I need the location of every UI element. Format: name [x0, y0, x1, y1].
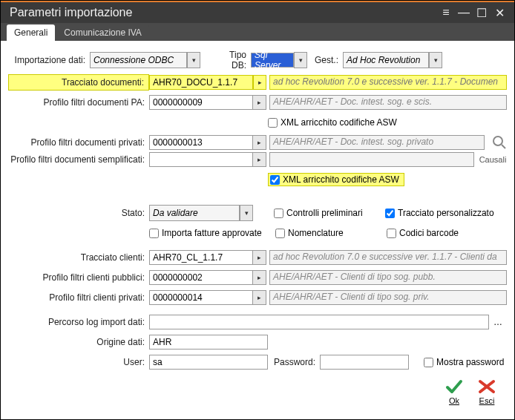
label-password: Password: — [268, 357, 320, 367]
label-profilo-cli-priv: Profilo filtri clienti privati: — [8, 292, 149, 303]
codici-barcode-box[interactable] — [387, 229, 396, 238]
minimize-icon[interactable]: — — [455, 4, 473, 22]
importa-fatture-checkbox[interactable]: Importa fatture approvate — [149, 228, 275, 238]
origine-dati-input[interactable] — [149, 335, 268, 350]
gest-select[interactable]: Ad Hoc Revolution — [343, 52, 429, 68]
window-frame: Parametri importazione ≡ — ☐ ✕ Generali … — [0, 0, 515, 420]
label-user: User: — [8, 357, 149, 367]
tab-comunicazione-iva[interactable]: Comunicazione IVA — [56, 24, 149, 41]
label-tracciato-clienti: Tracciato clienti: — [8, 252, 149, 263]
profilo-privati-desc: AHE/AHR/AET - Doc. intest. sog. privato — [269, 135, 485, 150]
svg-point-0 — [493, 137, 502, 145]
profilo-cli-pub-input[interactable] — [149, 270, 253, 285]
mostra-password-box[interactable] — [424, 358, 433, 367]
label-tracciato-documenti: Tracciato documenti: — [8, 74, 149, 91]
user-input[interactable] — [149, 355, 268, 370]
stato-select[interactable]: Da validare — [149, 205, 240, 221]
profilo-cli-pub-desc: AHE/AHR/AET - Clienti di tipo sog. pubb. — [269, 270, 507, 285]
label-tipo-db: Tipo DB: — [214, 50, 251, 70]
importa-fatture-box[interactable] — [149, 229, 159, 238]
esci-label: Esci — [479, 396, 495, 405]
profilo-cli-priv-lookup-icon[interactable]: ▸ — [253, 290, 266, 305]
mostra-password-checkbox[interactable]: Mostra password — [424, 357, 504, 367]
label-importazione-dati: Importazione dati: — [8, 55, 90, 65]
causali-label: Causali — [479, 155, 507, 164]
tipo-db-select[interactable]: Sql Server — [251, 53, 294, 68]
tipo-db-dropdown-icon[interactable]: ▾ — [294, 52, 307, 68]
profilo-cli-priv-input[interactable] — [149, 290, 253, 305]
profilo-sempl-desc — [269, 152, 474, 167]
window-title: Parametri importazione — [10, 6, 437, 19]
gest-dropdown-icon[interactable]: ▾ — [429, 52, 442, 68]
profilo-cli-pub-lookup-icon[interactable]: ▸ — [253, 270, 266, 285]
stato-dropdown-icon[interactable]: ▾ — [240, 205, 253, 221]
esci-button[interactable]: Esci — [477, 378, 496, 405]
tracciato-clienti-lookup-icon[interactable]: ▸ — [253, 250, 266, 265]
xml-arricchito-2-box[interactable] — [270, 175, 280, 185]
label-profilo-pa: Profilo filtri documenti PA: — [8, 97, 149, 108]
importazione-dati-dropdown-icon[interactable]: ▾ — [187, 52, 200, 68]
label-origine-dati: Origine dati: — [8, 337, 149, 347]
causali-button[interactable] — [492, 135, 507, 150]
xml-arricchito-2-label: XML arricchito codifiche ASW — [283, 174, 399, 185]
tab-bar: Generali Comunicazione IVA — [1, 23, 514, 41]
tab-generali[interactable]: Generali — [7, 24, 55, 41]
percorso-log-input[interactable] — [149, 315, 489, 329]
nomenclature-checkbox[interactable]: Nomenclature — [275, 228, 387, 238]
maximize-icon[interactable]: ☐ — [473, 4, 491, 22]
label-profilo-privati: Profilo filtri documenti privati: — [8, 137, 149, 148]
label-gest: Gest.: — [315, 55, 343, 65]
profilo-cli-priv-desc: AHE/AHR/AET - Clienti di tipo sog. priv. — [269, 290, 507, 305]
controlli-preliminari-box[interactable] — [274, 209, 283, 218]
profilo-sempl-lookup-icon[interactable]: ▸ — [253, 152, 266, 167]
xml-arricchito-2-checkbox[interactable]: XML arricchito codifiche ASW — [268, 173, 404, 186]
svg-line-1 — [502, 145, 505, 148]
label-stato: Stato: — [8, 208, 149, 218]
xml-arricchito-1-box[interactable] — [268, 118, 278, 128]
label-percorso-log: Percorso log import dati: — [8, 317, 149, 327]
label-profilo-cli-pub: Profilo filtri clienti pubblici: — [8, 272, 149, 283]
profilo-privati-lookup-icon[interactable]: ▸ — [253, 135, 266, 150]
ok-label: Ok — [449, 396, 459, 405]
percorso-log-browse-icon[interactable]: … — [489, 317, 507, 327]
check-icon — [445, 378, 464, 395]
tracciato-documenti-lookup-icon[interactable]: ▸ — [253, 75, 266, 90]
label-profilo-sempl: Profilo filtri documenti semplificati: — [8, 154, 149, 165]
xml-arricchito-1-checkbox[interactable]: XML arricchito codifiche ASW — [268, 117, 397, 128]
ok-button[interactable]: Ok — [445, 378, 464, 405]
profilo-sempl-input[interactable] — [149, 152, 253, 167]
profilo-pa-lookup-icon[interactable]: ▸ — [253, 95, 266, 110]
controlli-preliminari-checkbox[interactable]: Controlli preliminari — [274, 208, 385, 218]
cross-icon — [477, 378, 496, 395]
content-area: Importazione dati: Connessione ODBC ▾ Ti… — [1, 41, 514, 419]
nomenclature-box[interactable] — [275, 229, 285, 238]
tracciato-documenti-input[interactable] — [149, 75, 253, 90]
profilo-pa-input[interactable] — [149, 95, 253, 110]
profilo-privati-input[interactable] — [149, 135, 253, 150]
menu-icon[interactable]: ≡ — [437, 4, 455, 22]
tracciato-documenti-desc: ad hoc Revolution 7.0 e successive ver. … — [269, 75, 507, 90]
password-input[interactable] — [320, 355, 409, 370]
search-icon — [492, 135, 507, 150]
tracciato-clienti-desc: ad hoc Revolution 7.0 e successive ver. … — [269, 250, 507, 265]
close-icon[interactable]: ✕ — [491, 4, 508, 22]
xml-arricchito-1-label: XML arricchito codifiche ASW — [281, 117, 397, 128]
tracciato-personalizzato-box[interactable] — [385, 209, 395, 218]
codici-barcode-checkbox[interactable]: Codici barcode — [387, 228, 459, 238]
importazione-dati-select[interactable]: Connessione ODBC — [90, 52, 187, 68]
profilo-pa-desc: AHE/AHR/AET - Doc. intest. sog. e scis. — [269, 95, 507, 110]
tracciato-clienti-input[interactable] — [149, 250, 253, 265]
tracciato-personalizzato-checkbox[interactable]: Tracciato personalizzato — [385, 208, 494, 218]
titlebar: Parametri importazione ≡ — ☐ ✕ — [1, 1, 514, 23]
